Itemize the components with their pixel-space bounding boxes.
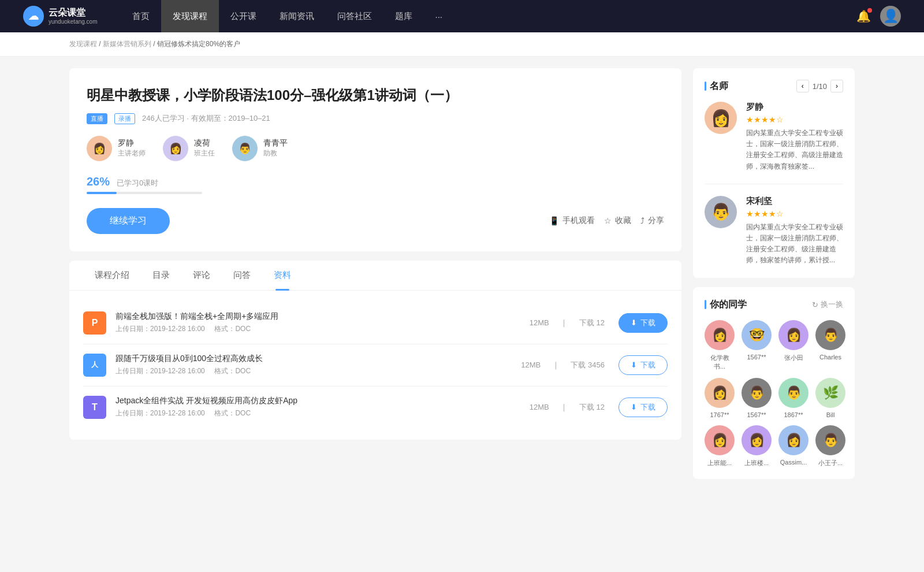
teachers-card: 名师 ‹ 1/10 › 👩 罗静 ★★★★☆ 国内某重点大学安全工程专业硕士，国… — [693, 68, 855, 278]
teacher-2-avatar: 👩 — [163, 136, 188, 161]
classmate-9-name: 上班能... — [707, 459, 732, 467]
share-button[interactable]: ⤴ 分享 — [640, 216, 664, 226]
download-icon-2: ⬇ — [631, 361, 637, 369]
logo-text: 云朵课堂 yunduoketang.com — [49, 7, 98, 25]
mobile-view-button[interactable]: 📱 手机观看 — [549, 216, 595, 226]
classmate-12[interactable]: 👨 小王子... — [815, 425, 845, 467]
classmate-1[interactable]: 👩 化学教书... — [705, 320, 735, 371]
resource-item-2: 人 跟随千万级项目从0到100全过程高效成长 上传日期：2019-12-28 1… — [83, 344, 668, 387]
download-button-2[interactable]: ⬇ 下载 — [619, 355, 668, 375]
resource-title-3: Jetpack全组件实战 开发短视频应用高仿皮皮虾App — [116, 396, 525, 406]
tab-review[interactable]: 评论 — [181, 261, 222, 290]
sidebar: 名师 ‹ 1/10 › 👩 罗静 ★★★★☆ 国内某重点大学安全工程专业硕士，国… — [693, 68, 855, 488]
teacher-2-name: 凌荷 — [194, 138, 215, 148]
classmate-10[interactable]: 👩 上班楼... — [742, 425, 772, 467]
progress-section: 26% 已学习0课时 — [87, 175, 664, 194]
resource-title-2: 跟随千万级项目从0到100全过程高效成长 — [116, 354, 516, 364]
tab-catalog[interactable]: 目录 — [141, 261, 181, 290]
resource-meta-1: 上传日期：2019-12-28 16:00 格式：DOC — [116, 324, 525, 334]
resource-size-2: 12MB ｜ 下载 3456 — [516, 360, 609, 370]
share-icon: ⤴ — [640, 216, 644, 225]
classmate-10-name: 上班楼... — [744, 459, 769, 467]
mobile-icon: 📱 — [549, 216, 559, 225]
classmate-8[interactable]: 🌿 Bill — [815, 378, 845, 418]
star-icon: ☆ — [604, 216, 612, 225]
course-title: 明星中教授课，小学阶段语法100分–强化级第1讲动词（一） — [87, 86, 664, 105]
resource-meta-2: 上传日期：2019-12-28 16:00 格式：DOC — [116, 366, 516, 376]
teacher-1-name: 罗静 — [118, 138, 146, 148]
classmate-12-name: 小王子... — [818, 459, 843, 467]
classmate-3[interactable]: 👩 张小田 — [778, 320, 808, 371]
classmate-11-name: Qassim... — [780, 459, 807, 466]
classmate-11[interactable]: 👩 Qassim... — [778, 425, 808, 467]
classmate-5-name: 1767** — [710, 411, 729, 418]
sidebar-teacher-1-desc: 国内某重点大学安全工程专业硕士，国家一级注册消防工程师、注册安全工程师、高级注册… — [746, 128, 843, 172]
classmates-title: 你的同学 — [705, 299, 747, 311]
resource-title-1: 前端全栈加强版！前端全栈+全周期+多端应用 — [116, 311, 525, 322]
classmate-3-name: 张小田 — [784, 354, 803, 362]
classmate-9-avatar: 👩 — [705, 425, 735, 455]
teachers-pagination: ‹ 1/10 › — [796, 80, 843, 92]
user-avatar[interactable]: 👤 — [880, 6, 901, 27]
classmate-6[interactable]: 👨 1567** — [742, 378, 772, 418]
tabs-content: P 前端全栈加强版！前端全栈+全周期+多端应用 上传日期：2019-12-28 … — [69, 291, 681, 440]
classmate-2-avatar: 🤓 — [742, 320, 772, 350]
resource-icon-2: 人 — [83, 354, 106, 377]
continue-button[interactable]: 继续学习 — [87, 208, 170, 234]
classmates-card: 你的同学 ↻ 换一换 👩 化学教书... 🤓 1567** 👩 张小田 — [693, 287, 855, 479]
nav-item-news[interactable]: 新闻资讯 — [268, 0, 326, 32]
nav-logo[interactable]: ☁ 云朵课堂 yunduoketang.com — [23, 6, 98, 27]
nav-item-discover[interactable]: 发现课程 — [161, 0, 219, 32]
breadcrumb-discover[interactable]: 发现课程 — [69, 40, 97, 48]
classmate-10-avatar: 👩 — [742, 425, 772, 455]
download-icon-1: ⬇ — [631, 318, 637, 327]
classmate-9[interactable]: 👩 上班能... — [705, 425, 735, 467]
resource-icon-3: T — [83, 396, 106, 419]
classmate-7[interactable]: 👨 1867** — [778, 378, 808, 418]
resource-size-1: 12MB ｜ 下载 12 — [525, 318, 609, 328]
main-layout: 明星中教授课，小学阶段语法100分–强化级第1讲动词（一） 直播 录播 246人… — [0, 57, 924, 500]
nav-item-qa[interactable]: 问答社区 — [326, 0, 383, 32]
resource-info-3: Jetpack全组件实战 开发短视频应用高仿皮皮虾App 上传日期：2019-1… — [116, 396, 525, 418]
notification-dot — [867, 8, 872, 13]
tab-qa[interactable]: 问答 — [222, 261, 262, 290]
course-meta: 直播 录播 246人已学习 · 有效期至：2019–10–21 — [87, 113, 664, 124]
resource-meta-3: 上传日期：2019-12-28 16:00 格式：DOC — [116, 408, 525, 418]
classmate-3-avatar: 👩 — [778, 320, 808, 350]
classmate-2-name: 1567** — [747, 354, 766, 361]
refresh-button[interactable]: ↻ 换一换 — [812, 299, 843, 310]
nav-item-open[interactable]: 公开课 — [219, 0, 268, 32]
download-button-3[interactable]: ⬇ 下载 — [619, 398, 668, 417]
classmate-5[interactable]: 👩 1767** — [705, 378, 735, 418]
teachers-next-button[interactable]: › — [830, 80, 843, 92]
download-button-1[interactable]: ⬇ 下载 — [619, 313, 668, 333]
classmate-7-avatar: 👨 — [778, 378, 808, 408]
teacher-1-role: 主讲老师 — [118, 148, 146, 158]
teachers-prev-button[interactable]: ‹ — [796, 80, 809, 92]
sidebar-teacher-1-info: 罗静 ★★★★☆ 国内某重点大学安全工程专业硕士，国家一级注册消防工程师、注册安… — [746, 102, 843, 172]
collect-button[interactable]: ☆ 收藏 — [604, 216, 631, 226]
nav-item-home[interactable]: 首页 — [121, 0, 161, 32]
classmate-12-avatar: 👨 — [815, 425, 845, 455]
tab-resources[interactable]: 资料 — [262, 261, 303, 290]
classmate-2[interactable]: 🤓 1567** — [742, 320, 772, 371]
sidebar-teacher-1-stars: ★★★★☆ — [746, 115, 843, 124]
sidebar-teacher-2-name: 宋利坚 — [746, 196, 843, 207]
badge-record: 录播 — [114, 113, 135, 124]
teacher-3-role: 助教 — [263, 148, 288, 158]
bell-icon[interactable]: 🔔 — [856, 9, 871, 23]
classmate-6-avatar: 👨 — [742, 378, 772, 408]
classmate-4[interactable]: 👨 Charles — [815, 320, 845, 371]
nav-item-quiz[interactable]: 题库 — [383, 0, 424, 32]
progress-sub: 已学习0课时 — [117, 179, 158, 187]
classmate-1-name: 化学教书... — [705, 354, 735, 371]
progress-bar-bg — [87, 192, 202, 194]
teachers-card-title: 名师 — [705, 80, 728, 92]
classmate-8-avatar: 🌿 — [815, 378, 845, 408]
nav-item-more[interactable]: ··· — [424, 0, 454, 32]
classmate-7-name: 1867** — [784, 411, 803, 418]
teacher-3-name: 青青平 — [263, 138, 288, 148]
breadcrumb-series[interactable]: 新媒体营销系列 — [103, 40, 151, 48]
tab-intro[interactable]: 课程介绍 — [83, 261, 141, 290]
teacher-1-avatar: 👩 — [87, 136, 112, 161]
